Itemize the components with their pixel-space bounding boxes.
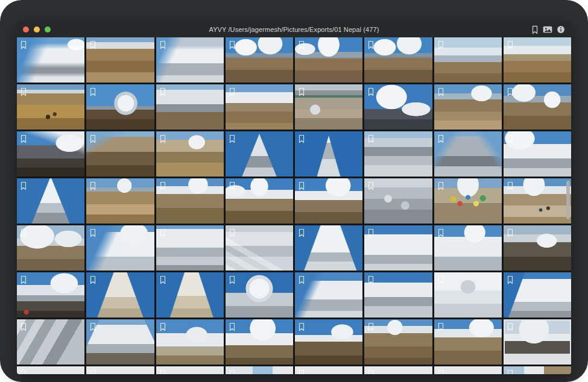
photo-tile[interactable] bbox=[226, 84, 293, 130]
photo-tile[interactable] bbox=[364, 319, 432, 365]
photo-tile[interactable] bbox=[364, 272, 432, 318]
photo-tile[interactable] bbox=[156, 272, 224, 318]
bookmark-icon bbox=[159, 228, 166, 237]
photo-tile[interactable] bbox=[504, 225, 571, 271]
bookmark-icon bbox=[367, 275, 375, 284]
photo-tile[interactable] bbox=[295, 84, 362, 130]
bookmark-icon bbox=[229, 228, 236, 237]
photo-tile[interactable] bbox=[504, 178, 571, 224]
photo-tile[interactable] bbox=[226, 178, 293, 224]
bookmark-icon bbox=[507, 134, 514, 143]
photo-tile[interactable] bbox=[86, 178, 154, 224]
photo-tile[interactable] bbox=[364, 178, 432, 224]
photo-tile[interactable] bbox=[156, 37, 224, 83]
bookmark-icon bbox=[20, 369, 27, 374]
scrollbar-thumb[interactable] bbox=[566, 181, 570, 219]
photo-tile[interactable] bbox=[295, 225, 362, 271]
bookmark-icon bbox=[89, 181, 96, 190]
photo-tile[interactable] bbox=[226, 37, 293, 83]
photo-tile[interactable] bbox=[156, 84, 224, 130]
photo-tile[interactable] bbox=[156, 225, 224, 271]
bookmark-icon bbox=[437, 275, 444, 284]
photo-tile[interactable] bbox=[17, 319, 84, 365]
photo-tile[interactable] bbox=[86, 131, 154, 177]
photo-tile[interactable] bbox=[364, 37, 432, 83]
bookmark-icon bbox=[437, 228, 444, 237]
photo-tile[interactable] bbox=[86, 37, 154, 83]
photo-tile[interactable] bbox=[156, 131, 224, 177]
photo-tile[interactable] bbox=[364, 366, 432, 374]
bookmark-icon bbox=[20, 87, 27, 96]
photo-tile[interactable] bbox=[504, 366, 571, 374]
photo-tile[interactable] bbox=[504, 319, 571, 365]
photo-tile[interactable] bbox=[17, 366, 84, 374]
bookmark-icon bbox=[437, 134, 444, 143]
photo-tile[interactable] bbox=[504, 37, 571, 83]
traffic-lights bbox=[23, 27, 51, 33]
photo-tile[interactable] bbox=[86, 272, 154, 318]
photo-tile[interactable] bbox=[17, 178, 84, 224]
photo-tile[interactable] bbox=[504, 272, 571, 318]
bookmark-icon bbox=[507, 322, 514, 331]
photo-tile[interactable] bbox=[295, 37, 362, 83]
photo-tile[interactable] bbox=[434, 272, 502, 318]
photo-tile[interactable] bbox=[17, 84, 84, 130]
photo-tile[interactable] bbox=[295, 131, 362, 177]
photo-tile[interactable] bbox=[17, 272, 84, 318]
photo-tile[interactable] bbox=[226, 131, 293, 177]
photo-tile[interactable] bbox=[295, 366, 362, 374]
bookmark-icon bbox=[507, 369, 514, 374]
photo-tile[interactable] bbox=[364, 84, 432, 130]
bookmark-icon bbox=[507, 181, 514, 190]
photo-tile[interactable] bbox=[86, 366, 154, 374]
photo-tile[interactable] bbox=[156, 178, 224, 224]
photo-tile[interactable] bbox=[434, 37, 502, 83]
photo-tile[interactable] bbox=[434, 84, 502, 130]
photo-tile[interactable] bbox=[226, 366, 293, 374]
photo-tile[interactable] bbox=[364, 131, 432, 177]
photo-tile[interactable] bbox=[434, 225, 502, 271]
bookmark-icon bbox=[229, 181, 236, 190]
bookmark-icon bbox=[159, 40, 166, 49]
photo-tile[interactable] bbox=[86, 84, 154, 130]
photo-tile[interactable] bbox=[434, 366, 502, 374]
photo-tile[interactable] bbox=[295, 319, 362, 365]
photo-tile[interactable] bbox=[364, 225, 432, 271]
info-icon[interactable] bbox=[557, 25, 565, 34]
bookmark-icon bbox=[159, 181, 166, 190]
photo-tile[interactable] bbox=[17, 225, 84, 271]
photo-tile[interactable] bbox=[226, 272, 293, 318]
photo-tile[interactable] bbox=[17, 131, 84, 177]
photo-tile[interactable] bbox=[295, 272, 362, 318]
bookmark-icon bbox=[298, 87, 305, 96]
photo-tile[interactable] bbox=[504, 131, 571, 177]
bookmark-icon bbox=[298, 228, 305, 237]
photo-tile[interactable] bbox=[156, 319, 224, 365]
close-button[interactable] bbox=[23, 27, 29, 33]
bookmark-icon bbox=[229, 40, 236, 49]
photo-tile[interactable] bbox=[434, 319, 502, 365]
photo-tile[interactable] bbox=[504, 84, 571, 130]
bookmark-icon bbox=[159, 134, 166, 143]
zoom-button[interactable] bbox=[45, 27, 51, 33]
image-icon[interactable] bbox=[543, 25, 552, 34]
photo-tile[interactable] bbox=[86, 319, 154, 365]
photo-tile[interactable] bbox=[226, 319, 293, 365]
bookmark-icon bbox=[507, 228, 514, 237]
bookmark-icon bbox=[89, 322, 96, 331]
photo-tile[interactable] bbox=[17, 37, 84, 83]
bookmark-icon bbox=[367, 134, 375, 143]
bookmark-icon bbox=[89, 134, 96, 143]
photo-tile[interactable] bbox=[434, 131, 502, 177]
photo-tile[interactable] bbox=[226, 225, 293, 271]
bookmark-icon bbox=[159, 369, 166, 374]
bookmark-icon bbox=[437, 87, 444, 96]
bookmark-icon[interactable] bbox=[531, 25, 539, 34]
photo-tile[interactable] bbox=[434, 178, 502, 224]
photo-tile[interactable] bbox=[156, 366, 224, 374]
photo-tile[interactable] bbox=[295, 178, 362, 224]
photo-tile[interactable] bbox=[86, 225, 154, 271]
minimize-button[interactable] bbox=[34, 27, 40, 33]
bookmark-icon bbox=[89, 369, 96, 374]
bookmark-icon bbox=[367, 228, 375, 237]
